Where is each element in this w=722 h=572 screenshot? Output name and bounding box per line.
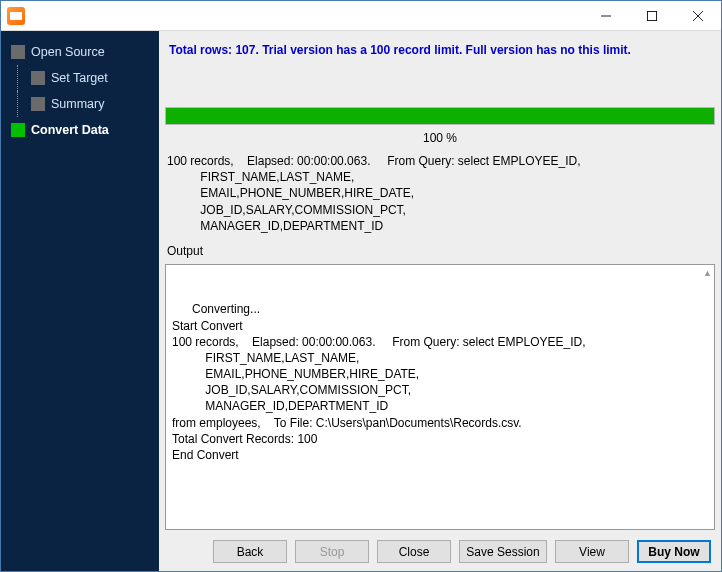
sidebar-item-set-target[interactable]: Set Target (1, 65, 159, 91)
progress-fill (166, 108, 714, 124)
close-icon (693, 11, 703, 21)
sidebar-item-label: Summary (51, 97, 104, 111)
step-indicator-icon (31, 71, 45, 85)
buy-now-button[interactable]: Buy Now (637, 540, 711, 563)
output-log-text: Converting... Start Convert 100 records,… (172, 302, 586, 462)
view-button[interactable]: View (555, 540, 629, 563)
sidebar-item-label: Convert Data (31, 123, 109, 137)
main-panel: Total rows: 107. Trial version has a 100… (159, 31, 721, 571)
sidebar-item-label: Open Source (31, 45, 105, 59)
tree-line (17, 91, 18, 117)
tree-line (17, 65, 18, 91)
query-summary-text: 100 records, Elapsed: 00:00:00.063. From… (165, 149, 715, 238)
step-indicator-active-icon (11, 123, 25, 137)
window-controls (583, 1, 721, 30)
sidebar-item-summary[interactable]: Summary (1, 91, 159, 117)
sidebar-item-open-source[interactable]: Open Source (1, 39, 159, 65)
sidebar-item-convert-data[interactable]: Convert Data (1, 117, 159, 143)
save-session-button[interactable]: Save Session (459, 540, 547, 563)
progress-percent-label: 100 % (423, 131, 457, 145)
trial-limit-banner: Total rows: 107. Trial version has a 100… (165, 37, 715, 63)
stop-button: Stop (295, 540, 369, 563)
app-icon (7, 7, 25, 25)
progress-bar (165, 107, 715, 125)
button-row: Back Stop Close Save Session View Buy No… (165, 534, 715, 565)
progress-section: 100 % (165, 107, 715, 145)
close-window-button[interactable] (675, 1, 721, 30)
scroll-up-icon: ▲ (703, 267, 712, 279)
wizard-sidebar: Open Source Set Target Summary Convert D… (1, 31, 159, 571)
close-button[interactable]: Close (377, 540, 451, 563)
minimize-button[interactable] (583, 1, 629, 30)
titlebar (1, 1, 721, 31)
output-log-textarea[interactable]: ▲ Converting... Start Convert 100 record… (165, 264, 715, 530)
sidebar-item-label: Set Target (51, 71, 108, 85)
maximize-icon (647, 11, 657, 21)
titlebar-left (1, 7, 25, 25)
step-indicator-icon (11, 45, 25, 59)
back-button[interactable]: Back (213, 540, 287, 563)
maximize-button[interactable] (629, 1, 675, 30)
minimize-icon (601, 11, 611, 21)
svg-rect-1 (648, 11, 657, 20)
step-indicator-icon (31, 97, 45, 111)
output-label: Output (165, 242, 715, 260)
